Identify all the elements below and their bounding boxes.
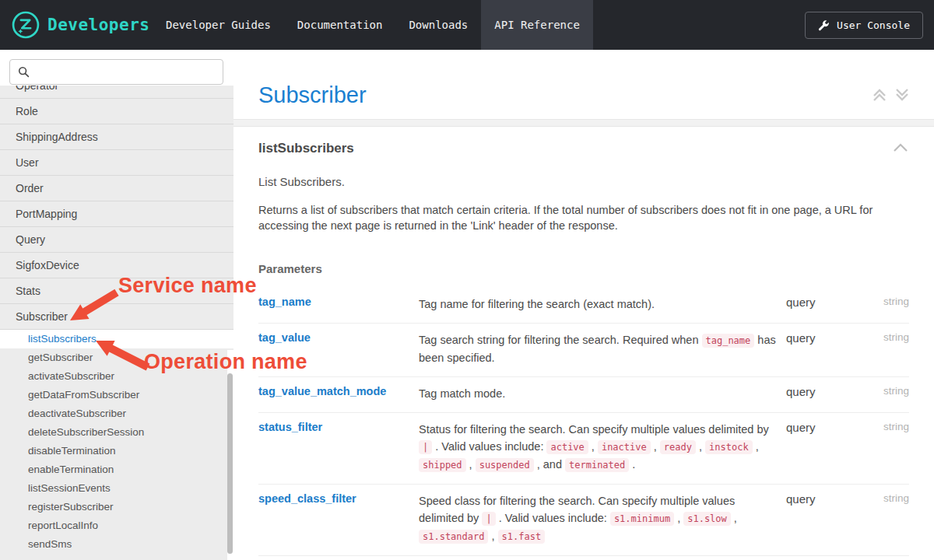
parameter-description: Speed class for filtering the search. Ca… bbox=[419, 492, 780, 545]
inline-code: ready bbox=[660, 440, 696, 454]
parameter-type: string bbox=[854, 421, 909, 432]
sidebar-operation-disabletermination[interactable]: disableTermination bbox=[0, 442, 234, 460]
sidebar-service-user[interactable]: User bbox=[0, 150, 234, 176]
parameter-type: string bbox=[854, 296, 909, 307]
parameter-type: string bbox=[854, 385, 909, 397]
sidebar-operation-listsessionevents[interactable]: listSessionEvents bbox=[0, 479, 234, 498]
parameter-row: tag_nameTag name for filtering the searc… bbox=[258, 288, 909, 324]
inline-code: s1.minimum bbox=[610, 512, 674, 526]
sidebar-operation-sendsms[interactable]: sendSms bbox=[0, 535, 234, 554]
main-content: Subscriber listSubscribers List Subscrib… bbox=[234, 50, 934, 560]
parameter-name-link[interactable]: tag_name bbox=[258, 296, 419, 308]
parameters-table: tag_nameTag name for filtering the searc… bbox=[258, 288, 909, 560]
nav-item-downloads[interactable]: Downloads bbox=[395, 0, 481, 50]
parameter-name-link[interactable]: tag_value bbox=[258, 331, 419, 344]
sidebar-operation-getdatafromsubscriber[interactable]: getDataFromSubscriber bbox=[0, 386, 234, 404]
annotation-service-name: Service name bbox=[118, 274, 257, 298]
logo-text: Developers bbox=[47, 16, 149, 34]
parameter-location: query bbox=[780, 331, 854, 345]
nav-item-developer-guides[interactable]: Developer Guides bbox=[153, 0, 284, 50]
inline-code: terminated bbox=[565, 458, 629, 472]
scroll-to-bottom-icon[interactable] bbox=[894, 86, 911, 104]
nav-item-api-reference[interactable]: API Reference bbox=[481, 0, 593, 50]
wrench-icon bbox=[818, 19, 830, 31]
main-nav: Developer GuidesDocumentationDownloadsAP… bbox=[153, 0, 593, 50]
collapse-section-icon[interactable] bbox=[892, 142, 909, 156]
parameter-name-link[interactable]: status_filter bbox=[258, 421, 419, 433]
parameter-row: tag_value_match_modeTag match mode.query… bbox=[258, 377, 909, 413]
parameter-type: string bbox=[854, 492, 909, 504]
sidebar-operation-reportlocalinfo[interactable]: reportLocalInfo bbox=[0, 516, 234, 535]
parameter-location: query bbox=[780, 385, 854, 398]
parameter-row: speed_class_filterSpeed class for filter… bbox=[258, 485, 909, 556]
inline-code: | bbox=[482, 512, 495, 526]
sidebar-operation-registersubscriber[interactable]: registerSubscriber bbox=[0, 498, 234, 516]
sidebar-operation-deletesubscribersession[interactable]: deleteSubscriberSession bbox=[0, 423, 234, 442]
parameter-description: Tag name for filtering the search (exact… bbox=[419, 296, 780, 313]
sidebar-operation-enabletermination[interactable]: enableTermination bbox=[0, 460, 234, 479]
parameter-row: tag_valueTag search string for filtering… bbox=[258, 324, 909, 377]
parameter-row: status_filterStatus for filtering the se… bbox=[258, 413, 909, 485]
inline-code: tag_name bbox=[702, 334, 755, 348]
sidebar-service-query[interactable]: Query bbox=[0, 227, 234, 253]
inline-code: shipped bbox=[419, 458, 466, 472]
parameter-location: query bbox=[780, 492, 854, 506]
user-console-button[interactable]: User Console bbox=[805, 12, 923, 39]
parameter-location: query bbox=[780, 296, 854, 309]
operation-description: Returns a list of subscribers that match… bbox=[258, 202, 900, 233]
sidebar-service-shippingaddress[interactable]: ShippingAddress bbox=[0, 124, 234, 150]
inline-code: s1.standard bbox=[419, 530, 488, 544]
logo-icon bbox=[11, 10, 40, 40]
scroll-to-top-icon[interactable] bbox=[871, 86, 888, 104]
operation-title: listSubscribers bbox=[258, 141, 354, 156]
annotation-arrow-service bbox=[66, 288, 121, 325]
app-header: Developers Developer GuidesDocumentation… bbox=[0, 0, 934, 50]
inline-code: | bbox=[419, 440, 432, 454]
section-divider bbox=[234, 119, 934, 127]
sidebar-service-portmapping[interactable]: PortMapping bbox=[0, 201, 234, 227]
search-icon bbox=[18, 66, 30, 78]
parameter-location: query bbox=[780, 421, 854, 434]
parameter-description: Status for filtering the search. Can spe… bbox=[419, 421, 780, 474]
annotation-operation-name: Operation name bbox=[144, 350, 307, 374]
inline-code: instock bbox=[705, 440, 753, 454]
parameter-name-link[interactable]: speed_class_filter bbox=[258, 492, 419, 505]
sidebar-search-area bbox=[0, 50, 234, 86]
search-input[interactable] bbox=[36, 66, 223, 79]
sidebar-operation-deactivatesubscriber[interactable]: deactivateSubscriber bbox=[0, 404, 234, 423]
operation-summary: List Subscribers. bbox=[258, 175, 345, 188]
inline-code: suspended bbox=[476, 458, 534, 472]
parameter-description: Tag match mode. bbox=[419, 385, 780, 402]
parameter-type: string bbox=[854, 331, 909, 343]
parameter-name-link[interactable]: tag_value_match_mode bbox=[258, 385, 419, 397]
parameters-heading: Parameters bbox=[258, 262, 322, 275]
brand[interactable]: Developers bbox=[0, 0, 153, 50]
inline-code: s1.fast bbox=[498, 530, 546, 544]
inline-code: inactive bbox=[598, 440, 651, 454]
annotation-arrow-operation bbox=[90, 334, 152, 373]
page-title: Subscriber bbox=[258, 82, 367, 108]
search-box[interactable] bbox=[9, 59, 223, 85]
sidebar-scrollbar-thumb[interactable] bbox=[227, 373, 233, 554]
sidebar-service-role[interactable]: Role bbox=[0, 99, 234, 124]
sidebar-service-order[interactable]: Order bbox=[0, 176, 234, 201]
inline-code: active bbox=[546, 440, 588, 454]
parameter-description: Tag search string for filtering the sear… bbox=[419, 331, 780, 366]
parameter-row: serial_number_filterSerial number for fi… bbox=[258, 556, 909, 560]
nav-item-documentation[interactable]: Documentation bbox=[284, 0, 396, 50]
inline-code: s1.slow bbox=[683, 512, 731, 526]
